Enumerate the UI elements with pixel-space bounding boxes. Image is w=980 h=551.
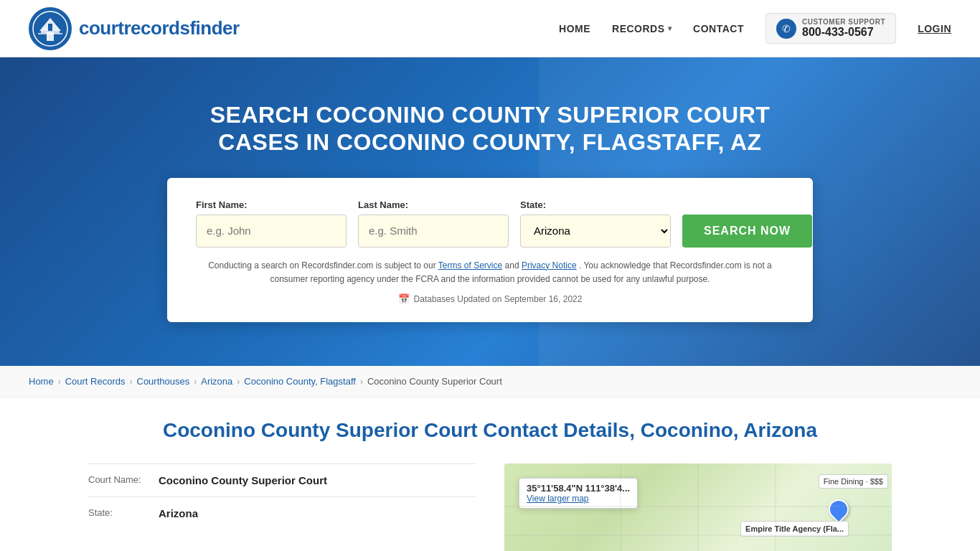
map-visual: 35°11'58.4"N 111°38'4... View larger map… — [504, 463, 892, 551]
nav-home[interactable]: HOME — [559, 23, 590, 34]
breadcrumb-sep-5: › — [360, 377, 363, 387]
main-content: Coconino County Superior Court Contact D… — [60, 397, 920, 551]
breadcrumb-sep-4: › — [237, 377, 240, 387]
logo-text: courtrecordsfinder — [79, 17, 240, 39]
breadcrumb-sep-3: › — [194, 377, 197, 387]
nav-records[interactable]: RECORDS ▾ — [612, 23, 672, 34]
state-detail-label: State: — [88, 507, 153, 518]
logo-area: courtrecordsfinder — [29, 7, 240, 50]
breadcrumb-courthouses[interactable]: Courthouses — [137, 376, 190, 387]
svg-rect-5 — [48, 24, 52, 31]
last-name-field: Last Name: — [358, 199, 509, 248]
map-grid — [504, 463, 892, 551]
support-text: CUSTOMER SUPPORT 800-433-0567 — [802, 18, 885, 39]
first-name-field: First Name: — [196, 199, 347, 248]
calendar-icon: 📅 — [398, 293, 410, 304]
breadcrumb-arizona[interactable]: Arizona — [201, 376, 232, 387]
breadcrumb: Home › Court Records › Courthouses › Ari… — [0, 366, 980, 397]
last-name-label: Last Name: — [358, 199, 509, 210]
search-card: First Name: Last Name: State: Alabama Al… — [167, 178, 813, 322]
svg-rect-3 — [41, 31, 60, 33]
breadcrumb-current: Coconino County Superior Court — [367, 376, 502, 387]
logo-icon — [29, 7, 72, 50]
first-name-label: First Name: — [196, 199, 347, 210]
state-detail-value: Arizona — [159, 507, 198, 519]
headset-icon: ✆ — [776, 19, 796, 39]
privacy-notice-link[interactable]: Privacy Notice — [522, 260, 577, 270]
court-name-label: Court Name: — [88, 474, 153, 485]
detail-row-state: State: Arizona — [88, 496, 476, 529]
svg-rect-4 — [38, 33, 62, 34]
detail-row-court-name: Court Name: Coconino County Superior Cou… — [88, 463, 476, 496]
search-button[interactable]: SEARCH NOW — [682, 215, 812, 248]
hero-title: SEARCH COCONINO COUNTY SUPERIOR COURT CA… — [185, 101, 795, 156]
terms-text: Conducting a search on Recordsfinder.com… — [196, 259, 784, 286]
first-name-input[interactable] — [196, 215, 347, 248]
details-table: Court Name: Coconino County Superior Cou… — [88, 463, 476, 551]
page-heading: Coconino County Superior Court Contact D… — [88, 419, 892, 442]
breadcrumb-sep-2: › — [130, 377, 133, 387]
breadcrumb-court-records[interactable]: Court Records — [65, 376, 126, 387]
last-name-input[interactable] — [358, 215, 509, 248]
court-name-value: Coconino County Superior Court — [159, 474, 327, 486]
chevron-down-icon: ▾ — [668, 24, 672, 32]
nav-contact[interactable]: CONTACT — [693, 23, 744, 34]
breadcrumb-home[interactable]: Home — [29, 376, 54, 387]
content-grid: Court Name: Coconino County Superior Cou… — [88, 463, 892, 551]
map-area: 35°11'58.4"N 111°38'4... View larger map… — [504, 463, 892, 551]
support-box[interactable]: ✆ CUSTOMER SUPPORT 800-433-0567 — [765, 13, 896, 44]
state-field: State: Alabama Alaska Arizona Arkansas C… — [520, 199, 671, 248]
breadcrumb-coconino-flagstaff[interactable]: Coconino County, Flagstaff — [244, 376, 356, 387]
db-updated: 📅 Databases Updated on September 16, 202… — [196, 293, 784, 304]
state-select[interactable]: Alabama Alaska Arizona Arkansas Californ… — [520, 215, 671, 248]
terms-of-service-link[interactable]: Terms of Service — [438, 260, 502, 270]
header: courtrecordsfinder HOME RECORDS ▾ CONTAC… — [0, 0, 980, 57]
nav-login[interactable]: LOGIN — [918, 23, 951, 34]
breadcrumb-sep-1: › — [58, 377, 61, 387]
hero-section: SEARCH COCONINO COUNTY SUPERIOR COURT CA… — [0, 57, 980, 366]
state-label: State: — [520, 199, 671, 210]
main-nav: HOME RECORDS ▾ CONTACT ✆ CUSTOMER SUPPOR… — [559, 13, 951, 44]
